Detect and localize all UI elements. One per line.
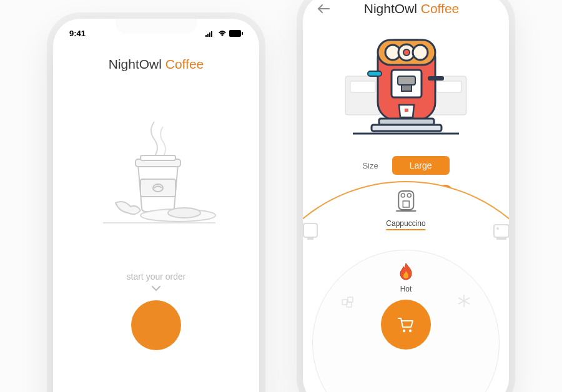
- temperature-option-cold[interactable]: [340, 293, 355, 311]
- svg-rect-8: [140, 179, 175, 197]
- svg-point-48: [403, 330, 405, 332]
- flame-icon: [398, 262, 414, 281]
- svg-rect-0: [205, 35, 207, 37]
- svg-rect-4: [229, 30, 241, 37]
- cart-icon: [397, 316, 415, 333]
- svg-rect-43: [348, 297, 353, 302]
- svg-point-36: [407, 194, 411, 197]
- svg-rect-32: [303, 223, 317, 237]
- drink-label: Cappuccino: [386, 219, 425, 230]
- signal-icon: [205, 31, 215, 37]
- coffee-machine-icon: [491, 221, 509, 242]
- svg-point-22: [403, 49, 410, 56]
- svg-rect-7: [140, 155, 175, 160]
- svg-point-11: [168, 208, 200, 218]
- svg-rect-2: [209, 32, 210, 37]
- svg-rect-1: [207, 34, 209, 37]
- battery-icon: [229, 30, 243, 37]
- svg-rect-27: [428, 76, 444, 81]
- svg-point-21: [413, 45, 428, 60]
- temperature-option-iced[interactable]: [456, 293, 471, 311]
- drink-option-next[interactable]: [491, 221, 509, 244]
- size-row: Size Large: [303, 156, 509, 175]
- svg-point-49: [409, 330, 412, 332]
- app-title: NightOwl Coffee: [53, 57, 259, 72]
- add-to-cart-button[interactable]: [381, 300, 431, 350]
- svg-point-41: [496, 227, 499, 230]
- phone-right: NightOwl Coffee: [303, 0, 509, 392]
- svg-rect-37: [403, 201, 409, 207]
- phone-notch: [116, 19, 197, 34]
- brand-part1: NightOwl: [364, 1, 417, 16]
- svg-rect-40: [496, 237, 506, 240]
- start-order-prompt: start your order: [53, 272, 259, 292]
- espresso-machine-illustration: [334, 27, 478, 146]
- svg-rect-30: [372, 125, 441, 131]
- temperature-label: Hot: [398, 285, 414, 293]
- ice-cubes-icon: [340, 293, 355, 308]
- svg-rect-33: [307, 237, 313, 240]
- svg-rect-16: [436, 81, 461, 92]
- svg-rect-5: [242, 32, 243, 35]
- size-label: Size: [362, 161, 378, 170]
- snowflake-icon: [456, 293, 471, 308]
- svg-rect-28: [405, 109, 408, 112]
- page-title: NightOwl Coffee: [328, 1, 495, 16]
- svg-rect-3: [211, 31, 212, 37]
- coffee-cup-illustration: [84, 115, 228, 234]
- svg-rect-25: [402, 85, 412, 91]
- drink-option-selected[interactable]: Cappuccino: [386, 187, 425, 230]
- brand-part2: Coffee: [421, 1, 460, 16]
- svg-rect-24: [398, 76, 415, 85]
- espresso-machine-icon: [392, 187, 420, 215]
- size-select-button[interactable]: Large: [392, 156, 450, 175]
- svg-point-35: [401, 194, 405, 197]
- start-order-button[interactable]: [131, 300, 181, 350]
- svg-rect-39: [494, 225, 509, 237]
- svg-rect-26: [368, 71, 382, 76]
- status-time: 9:41: [69, 29, 86, 38]
- start-order-label: start your order: [127, 272, 186, 282]
- phone-left: 9:41 NightOwl Coffee: [53, 19, 259, 392]
- drink-option-prev[interactable]: [303, 221, 321, 244]
- selection-arc: Cappuccino Hot: [303, 181, 509, 392]
- chevron-down-icon: [151, 285, 161, 292]
- brand-part2: Coffee: [165, 57, 204, 71]
- wifi-icon: [218, 31, 227, 37]
- brand-part1: NightOwl: [109, 57, 162, 71]
- temperature-selected[interactable]: Hot: [398, 262, 414, 293]
- status-icons: [205, 30, 243, 37]
- coffee-machine-icon: [303, 221, 321, 242]
- svg-rect-15: [350, 81, 375, 92]
